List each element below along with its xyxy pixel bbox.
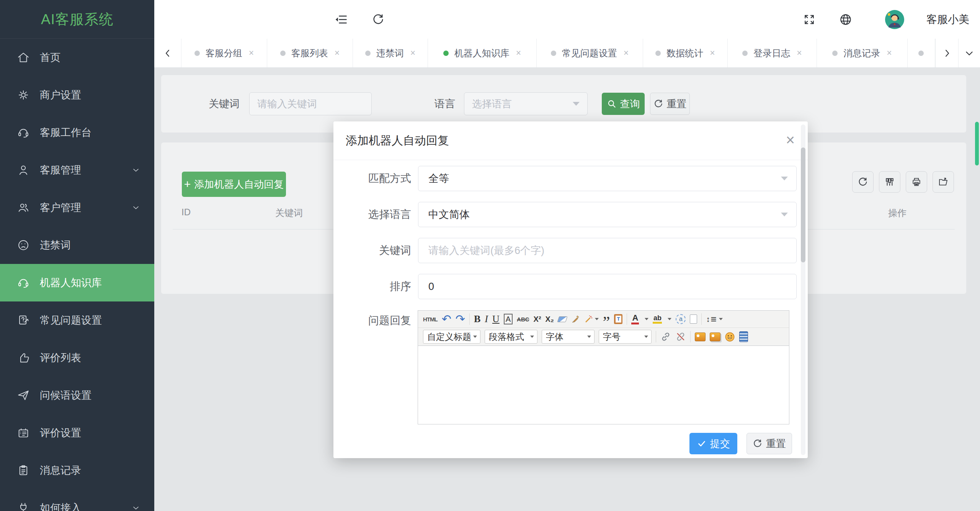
close-icon[interactable]: × bbox=[786, 121, 795, 160]
tool-blockquote[interactable]: ” bbox=[603, 312, 610, 326]
tool-autotypeset[interactable] bbox=[584, 314, 599, 324]
sidebar-item-banned-words[interactable]: 违禁词 bbox=[0, 226, 154, 264]
select-custom-title[interactable]: 自定义标题 bbox=[423, 330, 480, 344]
close-icon[interactable]: × bbox=[249, 48, 254, 58]
tab-message-log[interactable]: 消息记录 × bbox=[817, 39, 908, 67]
sidebar-item-review-list[interactable]: 评价列表 bbox=[0, 339, 154, 377]
sidebar-item-home[interactable]: 首页 bbox=[0, 39, 154, 76]
tool-strikethrough[interactable]: ABC bbox=[517, 316, 529, 323]
tab-data-stats[interactable]: 数据统计 × bbox=[643, 39, 728, 67]
close-icon[interactable]: × bbox=[887, 48, 892, 58]
modal-scrollbar-thumb[interactable] bbox=[801, 147, 805, 262]
tool-highlight-color[interactable]: ab bbox=[653, 315, 662, 324]
table-refresh-button[interactable] bbox=[852, 171, 874, 193]
sidebar-item-merchant-settings[interactable]: 商户设置 bbox=[0, 76, 154, 114]
language-filter-select[interactable]: 选择语言 bbox=[464, 92, 588, 115]
select-font-family[interactable]: 字体 bbox=[542, 330, 595, 344]
user-name[interactable]: 客服小美 bbox=[926, 0, 969, 39]
close-icon[interactable]: × bbox=[710, 48, 715, 58]
tool-underline[interactable]: U bbox=[492, 313, 500, 325]
tab-label: 机器人知识库 bbox=[454, 47, 510, 59]
tabs-scroll-left-icon[interactable] bbox=[154, 39, 181, 67]
sidebar-item-greeting-settings[interactable]: 问候语设置 bbox=[0, 377, 154, 414]
close-icon[interactable]: × bbox=[335, 48, 340, 58]
sidebar-item-customer-management[interactable]: 客户管理 bbox=[0, 189, 154, 226]
tab-faq-settings[interactable]: 常见问题设置 × bbox=[537, 39, 643, 67]
tool-superscript[interactable]: X² bbox=[534, 315, 541, 324]
submit-button[interactable]: 提交 bbox=[689, 433, 737, 454]
sidebar-item-label: 客户管理 bbox=[40, 201, 131, 215]
language-select-placeholder: 选择语言 bbox=[472, 97, 512, 111]
fullscreen-icon[interactable] bbox=[803, 0, 815, 39]
keyword-input[interactable] bbox=[418, 238, 797, 263]
tool-redo[interactable]: ↷ bbox=[456, 313, 465, 325]
language-select[interactable]: 中文简体 bbox=[418, 202, 797, 227]
sidebar-item-agent-workbench[interactable]: 客服工作台 bbox=[0, 114, 154, 151]
select-font-size[interactable]: 字号 bbox=[599, 330, 652, 344]
refresh-page-icon[interactable] bbox=[372, 0, 385, 39]
match-type-select[interactable]: 全等 bbox=[418, 166, 797, 191]
user-avatar[interactable] bbox=[885, 0, 904, 39]
tool-subscript[interactable]: X₂ bbox=[546, 315, 554, 324]
print-button[interactable] bbox=[906, 171, 927, 193]
column-settings-button[interactable] bbox=[879, 171, 900, 193]
tool-html-source[interactable]: HTML bbox=[423, 316, 438, 323]
select-paragraph-format[interactable]: 段落格式 bbox=[485, 330, 537, 344]
tool-line-height[interactable]: ↕ ≡ bbox=[706, 313, 722, 325]
tab-partial[interactable] bbox=[908, 39, 935, 67]
close-icon[interactable]: × bbox=[797, 48, 802, 58]
tabs-menu-chevron-icon[interactable] bbox=[958, 39, 980, 67]
modal-header-divider bbox=[333, 160, 808, 160]
tab-dot bbox=[365, 51, 371, 56]
sidebar-item-agent-management[interactable]: 客服管理 bbox=[0, 151, 154, 189]
filter-reset-button[interactable]: 重置 bbox=[650, 93, 690, 115]
tool-font-style[interactable]: A bbox=[504, 314, 513, 324]
tab-agent-group[interactable]: 客服分组 × bbox=[181, 39, 267, 67]
sidebar-item-message-log[interactable]: 消息记录 bbox=[0, 452, 154, 489]
tool-unlink[interactable] bbox=[675, 331, 686, 342]
tool-format-brush[interactable] bbox=[571, 314, 580, 324]
tab-label: 登录日志 bbox=[753, 47, 790, 59]
tab-robot-knowledge[interactable]: 机器人知识库 × bbox=[428, 39, 537, 67]
sidebar-item-faq-settings[interactable]: 常见问题设置 bbox=[0, 301, 154, 339]
tab-dot bbox=[280, 51, 286, 56]
tool-batch-image[interactable] bbox=[710, 332, 720, 341]
sidebar-item-review-settings[interactable]: 评价设置 bbox=[0, 414, 154, 452]
tab-agent-list[interactable]: 客服列表 × bbox=[267, 39, 353, 67]
tab-bar: 客服分组 × 客服列表 × 违禁词 × 机器人知识库 × 常见问题设置 × 数据… bbox=[154, 39, 980, 68]
sidebar-item-robot-knowledge[interactable]: 机器人知识库 bbox=[0, 264, 154, 301]
tab-label: 消息记录 bbox=[843, 47, 880, 59]
tool-undo[interactable]: ↶ bbox=[442, 313, 451, 325]
sort-input[interactable] bbox=[418, 274, 797, 299]
tool-new-page[interactable] bbox=[690, 314, 697, 324]
tab-banned-words[interactable]: 违禁词 × bbox=[353, 39, 428, 67]
tool-emoji[interactable] bbox=[725, 332, 735, 342]
language-globe-icon[interactable] bbox=[839, 0, 853, 39]
card-list-icon bbox=[17, 426, 30, 439]
tool-paste-text[interactable]: T bbox=[614, 314, 622, 324]
sidebar-item-how-to-connect[interactable]: 如何接入 bbox=[0, 489, 154, 511]
tool-insert-link[interactable] bbox=[660, 331, 671, 342]
tab-login-log[interactable]: 登录日志 × bbox=[728, 39, 817, 67]
close-icon[interactable]: × bbox=[516, 48, 521, 58]
tool-eraser[interactable] bbox=[558, 316, 567, 322]
keyword-filter-input[interactable] bbox=[249, 92, 372, 115]
close-icon[interactable]: × bbox=[624, 48, 629, 58]
tool-font-color[interactable]: A bbox=[631, 314, 639, 324]
modal-reset-button[interactable]: 重置 bbox=[746, 433, 792, 454]
add-robot-reply-button[interactable]: + 添加机器人自动回复 bbox=[182, 172, 286, 197]
sidebar-item-label: 违禁词 bbox=[40, 238, 140, 252]
collapse-sidebar-icon[interactable] bbox=[334, 0, 348, 39]
tool-bold[interactable]: B bbox=[474, 313, 480, 325]
tool-italic[interactable]: I bbox=[485, 313, 488, 325]
search-button[interactable]: 查询 bbox=[602, 93, 645, 115]
tool-insert-video[interactable] bbox=[739, 331, 748, 342]
tabs-scroll-right-icon[interactable] bbox=[935, 39, 958, 67]
export-button[interactable] bbox=[933, 171, 954, 193]
close-icon[interactable]: × bbox=[410, 48, 415, 58]
tool-anchor[interactable]: a bbox=[676, 314, 686, 324]
tool-insert-image[interactable] bbox=[695, 332, 706, 341]
tab-dot bbox=[918, 51, 924, 56]
window-scrollbar-thumb[interactable] bbox=[975, 122, 979, 165]
editor-content-area[interactable] bbox=[418, 346, 789, 424]
